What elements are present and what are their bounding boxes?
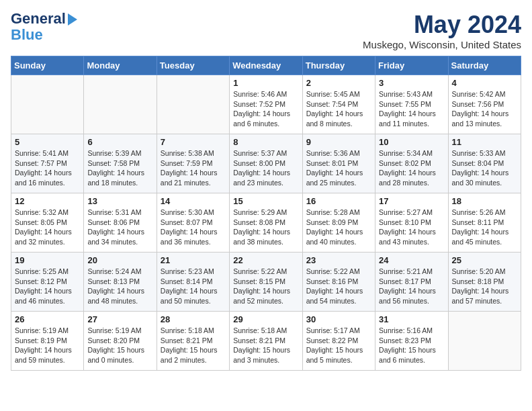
day-number: 22 — [233, 255, 298, 265]
day-number: 27 — [87, 314, 152, 324]
calendar-day-2: 2Sunrise: 5:45 AMSunset: 7:54 PMDaylight… — [302, 75, 375, 134]
calendar-week-5: 26Sunrise: 5:19 AMSunset: 8:19 PMDayligh… — [11, 312, 521, 371]
day-info: Sunrise: 5:41 AMSunset: 7:57 PMDaylight:… — [15, 148, 80, 188]
day-info: Sunrise: 5:22 AMSunset: 8:15 PMDaylight:… — [233, 267, 298, 306]
calendar-empty-cell — [157, 75, 229, 134]
calendar-day-14: 14Sunrise: 5:30 AMSunset: 8:07 PMDayligh… — [157, 193, 229, 253]
calendar-day-12: 12Sunrise: 5:32 AMSunset: 8:05 PMDayligh… — [11, 193, 84, 253]
calendar-day-21: 21Sunrise: 5:23 AMSunset: 8:14 PMDayligh… — [157, 253, 229, 312]
day-number: 7 — [161, 137, 226, 147]
day-info: Sunrise: 5:34 AMSunset: 8:02 PMDaylight:… — [379, 148, 444, 188]
calendar-table: SundayMondayTuesdayWednesdayThursdayFrid… — [11, 56, 521, 371]
day-number: 9 — [306, 137, 371, 147]
day-number: 29 — [233, 314, 298, 324]
day-number: 28 — [161, 314, 226, 324]
day-info: Sunrise: 5:30 AMSunset: 8:07 PMDaylight:… — [161, 208, 226, 247]
calendar-day-17: 17Sunrise: 5:27 AMSunset: 8:10 PMDayligh… — [375, 193, 448, 253]
calendar-day-8: 8Sunrise: 5:37 AMSunset: 8:00 PMDaylight… — [230, 134, 302, 193]
day-info: Sunrise: 5:17 AMSunset: 8:22 PMDaylight:… — [306, 326, 371, 365]
calendar-week-3: 12Sunrise: 5:32 AMSunset: 8:05 PMDayligh… — [11, 193, 521, 253]
day-number: 31 — [379, 314, 444, 324]
day-info: Sunrise: 5:19 AMSunset: 8:19 PMDaylight:… — [15, 326, 80, 365]
day-info: Sunrise: 5:18 AMSunset: 8:21 PMDaylight:… — [161, 326, 226, 365]
day-number: 5 — [15, 137, 80, 147]
day-number: 12 — [15, 196, 80, 206]
day-info: Sunrise: 5:29 AMSunset: 8:08 PMDaylight:… — [233, 208, 298, 247]
calendar-day-19: 19Sunrise: 5:25 AMSunset: 8:12 PMDayligh… — [11, 253, 84, 312]
day-info: Sunrise: 5:46 AMSunset: 7:52 PMDaylight:… — [233, 89, 298, 129]
calendar-day-1: 1Sunrise: 5:46 AMSunset: 7:52 PMDaylight… — [230, 75, 302, 134]
calendar-day-31: 31Sunrise: 5:16 AMSunset: 8:23 PMDayligh… — [375, 312, 448, 371]
day-number: 2 — [306, 78, 371, 88]
day-number: 4 — [452, 78, 517, 88]
calendar-day-27: 27Sunrise: 5:19 AMSunset: 8:20 PMDayligh… — [84, 312, 157, 371]
day-number: 1 — [233, 78, 298, 88]
calendar-day-22: 22Sunrise: 5:22 AMSunset: 8:15 PMDayligh… — [230, 253, 302, 312]
day-info: Sunrise: 5:23 AMSunset: 8:14 PMDaylight:… — [161, 267, 226, 306]
day-info: Sunrise: 5:19 AMSunset: 8:20 PMDaylight:… — [87, 326, 152, 365]
logo: General Blue — [11, 11, 77, 43]
day-number: 24 — [379, 255, 444, 265]
day-number: 3 — [379, 78, 444, 88]
day-number: 6 — [87, 137, 152, 147]
location: Muskego, Wisconsin, United States — [363, 39, 521, 50]
day-info: Sunrise: 5:38 AMSunset: 7:59 PMDaylight:… — [161, 148, 226, 188]
day-info: Sunrise: 5:27 AMSunset: 8:10 PMDaylight:… — [379, 208, 444, 247]
day-number: 15 — [233, 196, 298, 206]
day-info: Sunrise: 5:37 AMSunset: 8:00 PMDaylight:… — [233, 148, 298, 188]
logo-blue-text: Blue — [11, 26, 43, 43]
calendar-day-11: 11Sunrise: 5:33 AMSunset: 8:04 PMDayligh… — [448, 134, 521, 193]
calendar-empty-cell — [84, 75, 157, 134]
logo-arrow-icon — [68, 13, 77, 26]
calendar-day-7: 7Sunrise: 5:38 AMSunset: 7:59 PMDaylight… — [157, 134, 229, 193]
day-number: 18 — [452, 196, 517, 206]
weekday-header-wednesday: Wednesday — [230, 56, 302, 75]
calendar-day-23: 23Sunrise: 5:22 AMSunset: 8:16 PMDayligh… — [302, 253, 375, 312]
day-info: Sunrise: 5:31 AMSunset: 8:06 PMDaylight:… — [87, 208, 152, 247]
calendar-day-24: 24Sunrise: 5:21 AMSunset: 8:17 PMDayligh… — [375, 253, 448, 312]
day-info: Sunrise: 5:16 AMSunset: 8:23 PMDaylight:… — [379, 326, 444, 365]
calendar-day-5: 5Sunrise: 5:41 AMSunset: 7:57 PMDaylight… — [11, 134, 84, 193]
day-info: Sunrise: 5:42 AMSunset: 7:56 PMDaylight:… — [452, 89, 517, 129]
calendar-day-26: 26Sunrise: 5:19 AMSunset: 8:19 PMDayligh… — [11, 312, 84, 371]
day-info: Sunrise: 5:26 AMSunset: 8:11 PMDaylight:… — [452, 208, 517, 247]
day-number: 14 — [161, 196, 226, 206]
day-info: Sunrise: 5:39 AMSunset: 7:58 PMDaylight:… — [87, 148, 152, 188]
calendar-day-3: 3Sunrise: 5:43 AMSunset: 7:55 PMDaylight… — [375, 75, 448, 134]
calendar-day-28: 28Sunrise: 5:18 AMSunset: 8:21 PMDayligh… — [157, 312, 229, 371]
day-info: Sunrise: 5:33 AMSunset: 8:04 PMDaylight:… — [452, 148, 517, 188]
day-number: 21 — [161, 255, 226, 265]
calendar-week-2: 5Sunrise: 5:41 AMSunset: 7:57 PMDaylight… — [11, 134, 521, 193]
logo-text: General — [11, 11, 66, 27]
weekday-header-thursday: Thursday — [302, 56, 375, 75]
day-number: 13 — [87, 196, 152, 206]
calendar-week-1: 1Sunrise: 5:46 AMSunset: 7:52 PMDaylight… — [11, 75, 521, 134]
calendar-day-16: 16Sunrise: 5:28 AMSunset: 8:09 PMDayligh… — [302, 193, 375, 253]
day-number: 19 — [15, 255, 80, 265]
day-info: Sunrise: 5:36 AMSunset: 8:01 PMDaylight:… — [306, 148, 371, 188]
day-number: 8 — [233, 137, 298, 147]
day-info: Sunrise: 5:25 AMSunset: 8:12 PMDaylight:… — [15, 267, 80, 306]
weekday-header-saturday: Saturday — [448, 56, 521, 75]
calendar-day-13: 13Sunrise: 5:31 AMSunset: 8:06 PMDayligh… — [84, 193, 157, 253]
day-info: Sunrise: 5:20 AMSunset: 8:18 PMDaylight:… — [452, 267, 517, 306]
day-number: 10 — [379, 137, 444, 147]
calendar-day-29: 29Sunrise: 5:18 AMSunset: 8:21 PMDayligh… — [230, 312, 302, 371]
calendar-day-9: 9Sunrise: 5:36 AMSunset: 8:01 PMDaylight… — [302, 134, 375, 193]
day-info: Sunrise: 5:24 AMSunset: 8:13 PMDaylight:… — [87, 267, 152, 306]
calendar-empty-cell — [11, 75, 84, 134]
calendar-day-6: 6Sunrise: 5:39 AMSunset: 7:58 PMDaylight… — [84, 134, 157, 193]
day-info: Sunrise: 5:28 AMSunset: 8:09 PMDaylight:… — [306, 208, 371, 247]
day-number: 25 — [452, 255, 517, 265]
calendar-day-20: 20Sunrise: 5:24 AMSunset: 8:13 PMDayligh… — [84, 253, 157, 312]
weekday-header-monday: Monday — [84, 56, 157, 75]
day-info: Sunrise: 5:43 AMSunset: 7:55 PMDaylight:… — [379, 89, 444, 129]
day-number: 11 — [452, 137, 517, 147]
day-info: Sunrise: 5:21 AMSunset: 8:17 PMDaylight:… — [379, 267, 444, 306]
weekday-header-friday: Friday — [375, 56, 448, 75]
calendar-day-15: 15Sunrise: 5:29 AMSunset: 8:08 PMDayligh… — [230, 193, 302, 253]
day-number: 16 — [306, 196, 371, 206]
calendar-week-4: 19Sunrise: 5:25 AMSunset: 8:12 PMDayligh… — [11, 253, 521, 312]
month-title: May 2024 — [363, 11, 521, 39]
day-info: Sunrise: 5:22 AMSunset: 8:16 PMDaylight:… — [306, 267, 371, 306]
